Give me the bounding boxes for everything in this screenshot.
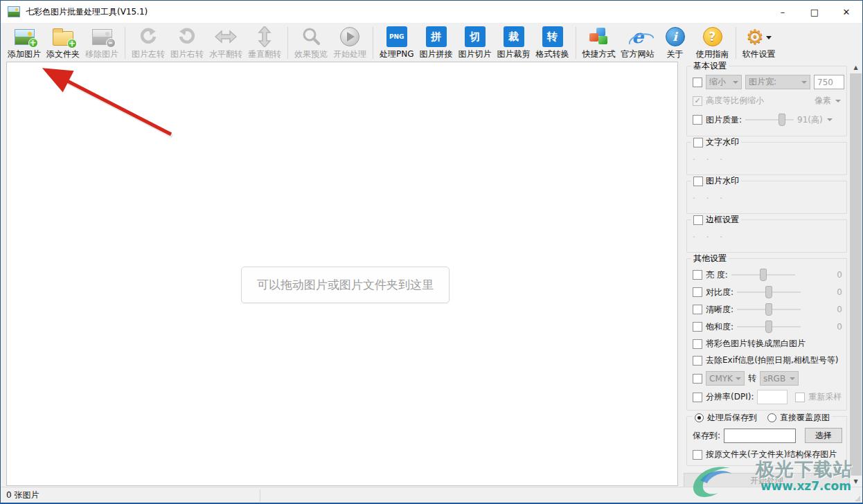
preview-button[interactable]: 效果预览: [292, 26, 330, 60]
window-title: 七彩色图片批量处理工具(V15.1): [26, 6, 148, 18]
status-bar: 0 张图片: [1, 487, 862, 503]
contrast-value: 0: [837, 287, 842, 297]
software-settings-button[interactable]: ⚙ 软件设置: [740, 26, 779, 60]
save-to-radio[interactable]: [695, 413, 704, 422]
maximize-button[interactable]: □: [799, 1, 830, 23]
keep-ratio-checkbox[interactable]: ✓: [693, 96, 702, 106]
chevron-down-icon: [827, 118, 833, 121]
rotate-right-icon: [177, 26, 197, 48]
shrink-dropdown[interactable]: 缩小: [706, 75, 742, 89]
minimize-button[interactable]: –: [767, 1, 799, 23]
border-settings-checkbox[interactable]: [693, 215, 703, 225]
app-window: 七彩色图片批量处理工具(V15.1) – □ ✕ + 添加图片 + 添文件夹 –…: [0, 0, 863, 504]
convert-icon: 转: [542, 26, 563, 48]
add-folder-icon: +: [53, 26, 73, 48]
rotate-left-button[interactable]: 图片左转: [129, 26, 168, 60]
process-png-button[interactable]: PNG 处理PNG: [377, 26, 417, 60]
grayscale-checkbox[interactable]: [693, 339, 702, 349]
user-guide-button[interactable]: ? 使用指南: [693, 26, 732, 60]
image-join-button[interactable]: 拼 图片拼接: [417, 26, 456, 60]
remove-images-button[interactable]: – 移除图片: [82, 26, 121, 60]
gear-icon: ⚙: [746, 26, 772, 48]
add-images-button[interactable]: + 添加图片: [5, 26, 44, 60]
unit-dropdown[interactable]: 像素: [815, 95, 841, 107]
chevron-down-icon: [766, 36, 772, 39]
scrollbar-thumb[interactable]: [850, 73, 862, 476]
chevron-down-icon: [801, 81, 807, 84]
image-slice-button[interactable]: 切 图片切片: [456, 26, 495, 60]
other-settings-group: 其他设置 亮 度: 0 对比度: 0 清晰度: 0 饱和度:: [686, 258, 847, 411]
saturation-checkbox[interactable]: [693, 322, 702, 332]
scroll-down-icon[interactable]: ▼: [850, 476, 862, 487]
join-icon: 拼: [426, 26, 447, 48]
text-watermark-checkbox[interactable]: [693, 138, 703, 147]
srgb-dropdown[interactable]: sRGB: [760, 371, 799, 386]
resample-checkbox[interactable]: [795, 393, 805, 402]
convert-word: 转: [748, 372, 756, 384]
sharpness-checkbox[interactable]: [693, 305, 702, 314]
remove-image-icon: –: [92, 26, 112, 48]
flip-vertical-icon: [254, 26, 275, 48]
contrast-slider[interactable]: [737, 286, 801, 298]
cmyk-dropdown[interactable]: CMYK: [706, 371, 745, 386]
width-input[interactable]: [814, 75, 844, 89]
basic-settings-title: 基本设置: [691, 60, 729, 72]
start-processing-toolbar-button[interactable]: 开始处理: [330, 26, 369, 60]
sharpness-slider[interactable]: [737, 303, 801, 316]
start-processing-button[interactable]: 开始处理: [684, 473, 850, 488]
quality-slider[interactable]: [745, 114, 794, 126]
resize-grip-icon[interactable]: [853, 494, 860, 501]
flip-vertical-button[interactable]: 垂直翻转: [245, 26, 284, 60]
resize-checkbox[interactable]: [693, 78, 702, 87]
cmyk-checkbox[interactable]: [693, 374, 702, 384]
flip-horizontal-button[interactable]: 水平翻转: [206, 26, 245, 60]
question-icon: ?: [703, 26, 722, 48]
quality-checkbox[interactable]: [693, 115, 702, 125]
contrast-checkbox[interactable]: [693, 287, 702, 297]
saturation-slider[interactable]: [737, 321, 801, 333]
magnifier-icon: [301, 26, 321, 48]
save-path-label: 保存到:: [693, 430, 720, 442]
quality-dropdown[interactable]: 91(高): [797, 114, 833, 126]
border-settings-group: 边框设置 . . .: [686, 219, 847, 253]
info-icon: i: [666, 26, 685, 48]
grayscale-label: 将彩色图片转换成黑白图片: [706, 338, 806, 350]
toolbar: + 添加图片 + 添文件夹 – 移除图片 图片左转: [1, 23, 862, 61]
about-button[interactable]: i 关于: [657, 26, 693, 60]
choose-folder-button[interactable]: 选择: [805, 428, 842, 443]
overwrite-radio[interactable]: [767, 413, 776, 422]
dropzone-hint: 可以拖动图片或图片文件夹到这里: [241, 267, 450, 303]
browser-e-icon: e: [632, 26, 643, 48]
image-crop-button[interactable]: 裁 图片裁剪: [495, 26, 533, 60]
format-convert-button[interactable]: 转 格式转换: [533, 26, 572, 60]
rotate-right-button[interactable]: 图片右转: [168, 26, 206, 60]
scroll-up-icon[interactable]: ▲: [850, 62, 862, 73]
app-icon: [8, 6, 20, 17]
sidebar-scrollbar[interactable]: ▲ ▼: [850, 62, 862, 487]
slice-icon: 切: [465, 26, 486, 48]
dimension-dropdown[interactable]: 图片宽:: [745, 75, 810, 89]
save-path-input[interactable]: [724, 429, 796, 443]
saturation-value: 0: [837, 322, 842, 332]
dpi-checkbox[interactable]: [693, 393, 702, 402]
image-watermark-checkbox[interactable]: [693, 177, 703, 186]
overwrite-option-label: 直接覆盖原图: [780, 412, 830, 424]
brightness-checkbox[interactable]: [693, 270, 702, 280]
close-button[interactable]: ✕: [830, 1, 862, 23]
remove-exif-checkbox[interactable]: [693, 356, 702, 366]
sharpness-value: 0: [837, 305, 842, 314]
keep-structure-checkbox[interactable]: [693, 450, 702, 460]
add-folder-button[interactable]: + 添文件夹: [44, 26, 82, 60]
official-website-button[interactable]: e 官方网站: [619, 26, 657, 60]
crop-icon: 裁: [504, 26, 524, 48]
dpi-input[interactable]: [757, 390, 788, 404]
brightness-slider[interactable]: [731, 269, 795, 281]
shortcut-button[interactable]: 快捷方式: [580, 26, 619, 60]
png-icon: PNG: [386, 26, 407, 48]
chevron-down-icon: [736, 377, 741, 380]
toolbar-separator: [576, 27, 576, 59]
title-bar: 七彩色图片批量处理工具(V15.1) – □ ✕: [1, 1, 862, 23]
image-list-area[interactable]: 可以拖动图片或图片文件夹到这里: [6, 62, 678, 486]
border-settings-label: 边框设置: [706, 214, 739, 226]
remove-exif-label: 去除Exif信息(拍照日期,相机型号等): [706, 354, 838, 366]
